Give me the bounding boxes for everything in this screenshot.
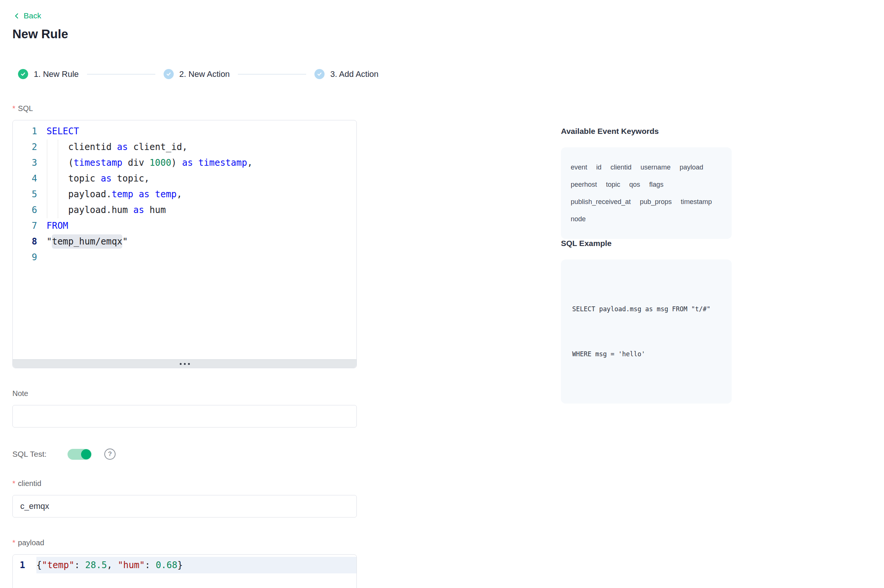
line-number: 6 [13, 202, 37, 218]
note-label-text: Note [12, 389, 28, 398]
step-2-new-action: 2. New Action [164, 69, 230, 79]
code-line: 2 clientid as client_id, [13, 139, 356, 155]
code-text: topic as topic, [37, 171, 150, 186]
code-text: FROM [37, 218, 68, 234]
code-text: clientid as client_id, [37, 139, 188, 155]
code-line: 3 (timestamp div 1000) as timestamp, [13, 155, 356, 171]
back-link[interactable]: Back [14, 11, 41, 20]
check-circle-icon [18, 69, 28, 79]
rule-form: * SQL 1SELECT2 clientid as client_id,3 (… [12, 104, 357, 588]
sql-label-text: SQL [18, 104, 33, 113]
line-number: 2 [13, 139, 37, 155]
code-line: 4 topic as topic, [13, 171, 356, 186]
clientid-input[interactable] [12, 495, 357, 518]
sql-test-label: SQL Test: [12, 450, 47, 459]
note-field-label: Note [12, 388, 357, 398]
drag-dots-icon [180, 363, 190, 365]
help-icon[interactable]: ? [104, 448, 116, 460]
step-label: 1. New Rule [34, 69, 79, 79]
code-line: 1SELECT [13, 123, 356, 139]
step-3-add-action: 3. Add Action [314, 69, 378, 79]
keyword-row: peerhosttopicqosflags [571, 176, 722, 193]
code-line: 5 payload.temp as temp, [13, 186, 356, 202]
code-line: 1{"temp": 28.5, "hum": 0.68} [13, 557, 356, 573]
step-label: 3. Add Action [330, 69, 378, 79]
code-line: 7FROM [13, 218, 356, 234]
payload-label-text: payload [18, 538, 44, 547]
sql-field-label: * SQL [12, 104, 357, 113]
chevron-left-icon [14, 13, 20, 19]
indent-guide [58, 140, 58, 218]
code-line: 9 [13, 249, 356, 265]
back-label: Back [24, 11, 41, 20]
line-number: 1 [13, 557, 25, 573]
keyword-row: publish_received_atpub_propstimestamp [571, 193, 722, 210]
step-label: 2. New Action [179, 69, 230, 79]
line-number: 9 [13, 249, 37, 265]
code-line: 8"temp_hum/emqx" [13, 234, 356, 249]
event-keyword: topic [606, 176, 620, 193]
sql-example-line: WHERE msg = 'hello' [572, 346, 720, 362]
editor-resize-handle[interactable] [13, 359, 356, 368]
keyword-row: node [571, 210, 722, 228]
code-text: (timestamp div 1000) as timestamp, [37, 155, 253, 171]
indent-guide [47, 140, 47, 218]
sql-test-toggle[interactable] [68, 449, 92, 460]
payload-code-area[interactable]: 1{"temp": 28.5, "hum": 0.68} [13, 555, 356, 573]
code-text: payload.hum as hum [37, 202, 166, 218]
required-asterisk: * [12, 538, 15, 547]
check-circle-icon [314, 69, 325, 79]
line-number: 7 [13, 218, 37, 234]
sql-example-box: SELECT payload.msg as msg FROM "t/#" WHE… [561, 260, 732, 404]
sql-test-row: SQL Test: ? [12, 448, 357, 460]
clientid-label-text: clientid [18, 479, 41, 488]
event-keyword: username [640, 159, 671, 176]
code-text: "temp_hum/emqx" [37, 234, 128, 249]
line-number: 5 [13, 186, 37, 202]
code-text [37, 249, 47, 265]
event-keyword: qos [629, 176, 640, 193]
keyword-row: eventidclientidusernamepayload [571, 159, 722, 176]
check-circle-icon [164, 69, 174, 79]
event-keyword: peerhost [571, 176, 597, 193]
event-keywords-box: eventidclientidusernamepayloadpeerhostto… [561, 147, 732, 239]
code-text: payload.temp as temp, [37, 186, 182, 202]
code-text: {"temp": 28.5, "hum": 0.68} [36, 557, 356, 573]
page-title: New Rule [12, 27, 68, 41]
sql-example-line: SELECT payload.msg as msg FROM "t/#" [572, 302, 720, 316]
steps-bar: 1. New Rule 2. New Action 3. Add Action [18, 69, 379, 79]
line-number: 3 [13, 155, 37, 171]
step-connector [87, 74, 155, 75]
sql-code-area[interactable]: 1SELECT2 clientid as client_id,3 (timest… [13, 120, 356, 359]
line-number: 1 [13, 123, 37, 139]
event-keyword: clientid [610, 159, 631, 176]
event-keyword: pub_props [640, 193, 672, 210]
required-asterisk: * [12, 479, 15, 488]
event-keyword: flags [649, 176, 663, 193]
toggle-knob [81, 449, 91, 459]
event-keyword: timestamp [681, 193, 712, 210]
required-asterisk: * [12, 104, 15, 113]
sql-editor[interactable]: 1SELECT2 clientid as client_id,3 (timest… [12, 120, 357, 368]
event-keyword: payload [680, 159, 703, 176]
code-text: SELECT [37, 123, 79, 139]
payload-editor[interactable]: 1{"temp": 28.5, "hum": 0.68} [12, 554, 357, 588]
step-1-new-rule: 1. New Rule [18, 69, 79, 79]
sql-example-title: SQL Example [561, 239, 732, 249]
event-keyword: event [571, 159, 587, 176]
step-connector [238, 74, 306, 75]
line-number: 8 [13, 234, 37, 249]
code-line: 6 payload.hum as hum [13, 202, 356, 218]
help-panel: Available Event Keywords eventidclientid… [561, 127, 732, 404]
line-number: 4 [13, 171, 37, 186]
event-keyword: node [571, 210, 586, 228]
keywords-panel-title: Available Event Keywords [561, 127, 732, 137]
payload-field-label: * payload [12, 538, 357, 548]
note-input[interactable] [12, 405, 357, 428]
event-keyword: publish_received_at [571, 193, 631, 210]
clientid-field-label: * clientid [12, 478, 357, 488]
event-keyword: id [596, 159, 601, 176]
